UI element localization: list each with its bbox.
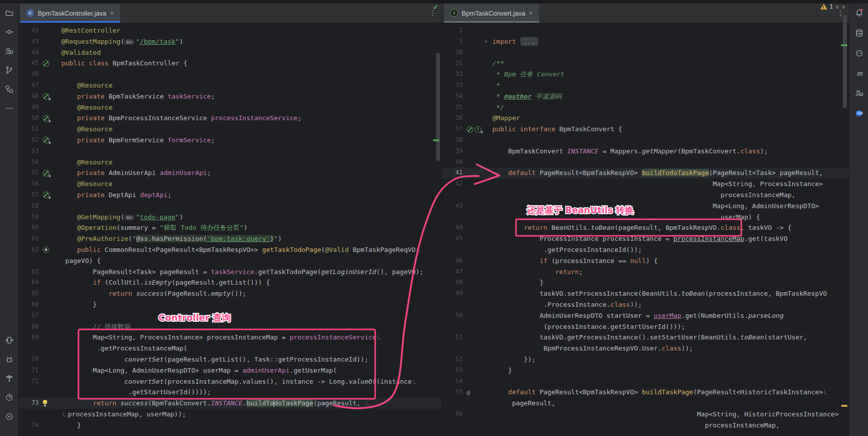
code-line[interactable]: userMap) { [442,212,849,223]
code-line[interactable]: 51 @Resource [18,124,442,135]
more-icon[interactable] [4,103,15,114]
code-line[interactable]: (processInstance.getStartUserId())); [442,321,849,332]
code-line[interactable]: 31/** [442,58,849,69]
gradle-icon[interactable] [853,47,864,58]
code-line[interactable]: 36@Mapper [442,113,849,124]
code-line[interactable]: 46 [18,69,442,80]
code-line[interactable]: 48 } [442,277,849,288]
code-line[interactable]: 50 AdminUserRespDTO startUser = userMap.… [442,310,849,321]
code-line[interactable]: 54 @Resource [18,157,442,168]
code-line[interactable]: 56 @Resource [18,179,442,190]
code-line[interactable]: 67 [18,310,442,321]
code-line[interactable]: .getStartUserId()))); [18,387,442,398]
code-line[interactable]: 44@Validated [18,47,442,58]
structure-icon[interactable] [4,83,15,95]
code-line[interactable]: 40 [442,157,849,168]
database-icon[interactable] [853,27,864,38]
wire-gutter-icon[interactable] [43,137,49,143]
code-line[interactable]: 44 return BeanUtils.toBean(pageResult, B… [442,222,849,233]
code-line[interactable]: .getProcessInstanceMap( [18,343,442,354]
at-gutter-icon[interactable] [467,389,473,396]
inspections-ok-icon[interactable]: ✓ [432,3,439,11]
code-line[interactable]: 49 @Resource [18,102,442,113]
folded-region[interactable]: ... [520,37,538,46]
code-line[interactable]: 47 @Resource [18,80,442,91]
folder-icon[interactable] [4,7,15,18]
code-line[interactable]: 37public interface BpmTaskConvert { [442,124,849,135]
code-line[interactable]: 54 [442,376,849,387]
code-line[interactable]: 64 if (CollUtil.isEmpty(pageResult.getLi… [18,277,442,288]
code-line[interactable]: 49 taskVO.setProcessInstance(BeanUtils.t… [442,288,849,299]
code-line[interactable]: 72 convertSet(processInstanceMap.values(… [18,376,442,387]
tab-close-icon[interactable]: × [529,10,533,17]
branch-icon[interactable] [4,64,15,75]
code-line[interactable]: 68 // 拼接数据 [18,321,442,332]
code-line[interactable]: 73 return success(BpmTaskConvert.INSTANC… [18,398,442,409]
code-line[interactable]: pageVO) { [18,255,442,267]
code-line[interactable]: 60 @Operation(summary = "获取 Todo 待办任务分页"… [18,222,442,233]
code-line[interactable]: 50 private BpmProcessInstanceService pro… [18,113,442,124]
code-line[interactable]: 45public class BpmTaskController { [18,58,442,69]
profiler-icon[interactable] [4,392,15,403]
scrollbar-right[interactable] [843,15,847,108]
code-line[interactable]: 62 public CommonResult<PageResult<BpmTas… [18,244,442,255]
debug-icon[interactable] [4,354,15,365]
code-line[interactable]: 56 Map<String, HistoricProcessInstance> [442,409,849,420]
prev-problem-icon[interactable]: ∧ [835,4,839,10]
code-line[interactable]: 53 } [442,365,849,376]
inspections-widget[interactable]: ! 1 ∧ ∨ [820,3,845,10]
code-line[interactable]: 55 default PageResult<BpmTaskRespVO> bui… [442,387,849,398]
code-line[interactable]: 51 taskVO.getProcessInstance().setStartU… [442,332,849,343]
ai-chat-icon[interactable]: </> [853,108,864,119]
code-line[interactable]: 43@RequestMapping(⊕∨"/bpm/task") [18,36,442,47]
code-line[interactable]: 58 [18,201,442,212]
code-line[interactable]: 30 [442,47,849,58]
editor-right[interactable]: 23import ...3031/**32 * Bpm 任务 Convert33… [442,23,849,436]
code-line[interactable]: processInstanceMap, [442,420,849,431]
code-line[interactable]: 55 private AdminUserApi adminUserApi; [18,167,442,179]
code-line[interactable]: 35 */ [442,102,849,113]
code-line[interactable]: pageResult, [442,398,849,409]
wire-gutter-icon[interactable] [43,115,49,122]
code-line[interactable]: 48 private BpmTaskService taskService; [18,91,442,102]
bean-gutter-icon[interactable] [43,60,49,67]
maven-icon[interactable]: m [853,67,864,78]
code-line[interactable]: 43 Map<Long, AdminUserRespDTO> [442,201,849,212]
code-line[interactable]: 59 @GetMapping(⊕∨"todo-page") [18,212,442,223]
code-line[interactable]: 38 [442,135,849,146]
code-line[interactable]: .ProcessInstance.class)); [442,299,849,310]
code-line[interactable]: 42@RestController [18,25,442,36]
code-line[interactable]: 65 return success(PageResult.empty()); [18,288,442,299]
services-icon[interactable] [4,411,15,422]
code-line[interactable]: .getProcessInstanceId()); [442,244,849,255]
code-line[interactable]: 39 BpmTaskConvert INSTANCE = Mappers.get… [442,146,849,157]
scrollbar-left[interactable] [436,53,440,161]
code-line[interactable]: 66 } [18,299,442,310]
code-line[interactable]: 53 [18,146,442,157]
tab-close-icon[interactable]: × [110,10,114,17]
tab-bpmtaskconvert[interactable]: I BpmTaskConvert.java × [444,4,539,23]
wire-gutter-icon[interactable] [43,192,49,198]
commit-icon[interactable] [4,26,15,37]
code-line[interactable]: 52 }); [442,354,849,365]
code-line[interactable]: 3import ... [442,36,849,47]
code-line[interactable]: 46 if (processInstance == null) { [442,255,849,267]
code-line[interactable]: 33 * [442,80,849,91]
code-line[interactable]: 74 } [18,420,442,431]
code-line[interactable]: 2 [442,25,849,36]
next-problem-icon[interactable]: ∨ [842,4,845,10]
editor-left[interactable]: 42@RestController43@RequestMapping(⊕∨"/b… [18,23,442,436]
map-gutter-icon[interactable] [43,246,49,253]
code-line[interactable]: 45 ProcessInstance processInstance = pro… [442,233,849,244]
wire-gutter-icon[interactable] [43,93,49,100]
pull-requests-icon[interactable] [4,45,15,56]
code-line[interactable]: BpmProcessInstanceRespVO.User.class)); [442,343,849,354]
code-line[interactable]: 63 PageResult<Task> pageResult = taskSer… [18,267,442,278]
bulb-gutter-icon[interactable] [43,400,48,406]
tab-bpmtaskcontroller[interactable]: C BpmTaskController.java × [20,4,120,23]
code-line[interactable]: 32 * Bpm 任务 Convert [442,69,849,80]
code-line[interactable]: processInstanceMap, userMap)); [18,409,442,420]
code-line[interactable]: 34 * @author 芋道源码 [442,91,849,102]
code-line[interactable]: 42 Map<String, ProcessInstance> [442,179,849,190]
code-line[interactable]: 52 private BpmFormService formService; [18,135,442,146]
